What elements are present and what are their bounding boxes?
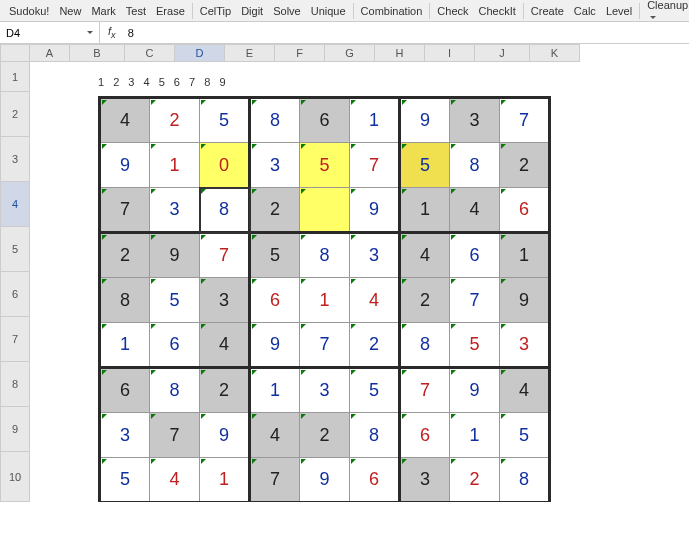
sudoku-cell-r6-c7[interactable]: 8 [400,323,450,368]
sudoku-cell-r5-c7[interactable]: 2 [400,278,450,323]
sudoku-cell-r9-c8[interactable]: 2 [450,458,500,503]
col-header-F[interactable]: F [275,44,325,62]
menu-checkit[interactable]: CheckIt [474,3,521,19]
sudoku-cell-r7-c8[interactable]: 9 [450,368,500,413]
sudoku-cell-r7-c1[interactable]: 6 [100,368,150,413]
sudoku-cell-r6-c9[interactable]: 3 [500,323,550,368]
sudoku-cell-r1-c9[interactable]: 7 [500,98,550,143]
row-header-4[interactable]: 4 [0,182,30,227]
chevron-down-icon[interactable] [87,31,93,34]
col-header-D[interactable]: D [175,44,225,62]
sudoku-cell-r7-c9[interactable]: 4 [500,368,550,413]
sudoku-cell-r2-c5[interactable]: 5 [300,143,350,188]
sudoku-cell-r6-c8[interactable]: 5 [450,323,500,368]
sudoku-cell-r2-c2[interactable]: 1 [150,143,200,188]
row-header-9[interactable]: 9 [0,407,30,452]
col-header-C[interactable]: C [125,44,175,62]
menu-check[interactable]: Check [432,3,473,19]
sudoku-cell-r8-c6[interactable]: 8 [350,413,400,458]
sudoku-cell-r4-c6[interactable]: 3 [350,233,400,278]
row-header-3[interactable]: 3 [0,137,30,182]
sudoku-cell-r7-c4[interactable]: 1 [250,368,300,413]
sudoku-cell-r5-c2[interactable]: 5 [150,278,200,323]
sudoku-cell-r4-c4[interactable]: 5 [250,233,300,278]
sudoku-cell-r8-c1[interactable]: 3 [100,413,150,458]
sudoku-cell-r1-c1[interactable]: 4 [100,98,150,143]
sudoku-cell-r3-c6[interactable]: 9 [350,188,400,233]
sudoku-cell-r1-c4[interactable]: 8 [250,98,300,143]
sudoku-cell-r5-c3[interactable]: 3 [200,278,250,323]
sudoku-cell-r2-c9[interactable]: 2 [500,143,550,188]
row-header-8[interactable]: 8 [0,362,30,407]
menu-cleanup[interactable]: Cleanup [642,0,689,25]
row-header-2[interactable]: 2 [0,92,30,137]
menu-sudoku[interactable]: Sudoku! [4,3,54,19]
col-header-H[interactable]: H [375,44,425,62]
sudoku-cell-r7-c5[interactable]: 3 [300,368,350,413]
menu-digit[interactable]: Digit [236,3,268,19]
sudoku-cell-r8-c7[interactable]: 6 [400,413,450,458]
menu-celtip[interactable]: CelTip [195,3,236,19]
sudoku-cell-r8-c2[interactable]: 7 [150,413,200,458]
sudoku-cell-r3-c4[interactable]: 2 [250,188,300,233]
sudoku-cell-r8-c3[interactable]: 9 [200,413,250,458]
sudoku-cell-r8-c4[interactable]: 4 [250,413,300,458]
sudoku-cell-r4-c9[interactable]: 1 [500,233,550,278]
sudoku-cell-r8-c5[interactable]: 2 [300,413,350,458]
sudoku-cell-r2-c7[interactable]: 5 [400,143,450,188]
sudoku-cell-r6-c4[interactable]: 9 [250,323,300,368]
sudoku-cell-r9-c7[interactable]: 3 [400,458,450,503]
sudoku-cell-r4-c8[interactable]: 6 [450,233,500,278]
menu-test[interactable]: Test [121,3,151,19]
formula-value[interactable]: 8 [124,27,138,39]
sudoku-cell-r9-c1[interactable]: 5 [100,458,150,503]
sudoku-cell-r6-c2[interactable]: 6 [150,323,200,368]
select-all-corner[interactable] [0,44,30,62]
menu-new[interactable]: New [54,3,86,19]
sudoku-cell-r4-c3[interactable]: 7 [200,233,250,278]
menu-create[interactable]: Create [526,3,569,19]
sudoku-cell-r3-c8[interactable]: 4 [450,188,500,233]
col-header-G[interactable]: G [325,44,375,62]
col-header-J[interactable]: J [475,44,530,62]
sudoku-cell-r3-c3[interactable]: 8 [200,188,250,233]
col-header-A[interactable]: A [30,44,70,62]
col-header-K[interactable]: K [530,44,580,62]
sudoku-cell-r5-c8[interactable]: 7 [450,278,500,323]
sudoku-cell-r5-c6[interactable]: 4 [350,278,400,323]
menu-solve[interactable]: Solve [268,3,306,19]
sudoku-cell-r4-c2[interactable]: 9 [150,233,200,278]
sudoku-cell-r1-c3[interactable]: 5 [200,98,250,143]
sudoku-cell-r2-c6[interactable]: 7 [350,143,400,188]
sudoku-cell-r9-c3[interactable]: 1 [200,458,250,503]
sudoku-cell-r6-c3[interactable]: 4 [200,323,250,368]
sudoku-cell-r7-c3[interactable]: 2 [200,368,250,413]
sudoku-cell-r9-c9[interactable]: 8 [500,458,550,503]
sudoku-cell-r9-c6[interactable]: 6 [350,458,400,503]
menu-level[interactable]: Level [601,3,637,19]
menu-calc[interactable]: Calc [569,3,601,19]
sudoku-cell-r7-c6[interactable]: 5 [350,368,400,413]
row-header-7[interactable]: 7 [0,317,30,362]
name-box[interactable]: D4 [0,22,100,43]
sudoku-cell-r3-c9[interactable]: 6 [500,188,550,233]
sudoku-cell-r8-c8[interactable]: 1 [450,413,500,458]
sudoku-cell-r3-c7[interactable]: 1 [400,188,450,233]
sudoku-cell-r3-c2[interactable]: 3 [150,188,200,233]
sudoku-cell-r1-c6[interactable]: 1 [350,98,400,143]
sudoku-cell-r6-c5[interactable]: 7 [300,323,350,368]
sudoku-cell-r4-c5[interactable]: 8 [300,233,350,278]
sudoku-cell-r1-c7[interactable]: 9 [400,98,450,143]
sudoku-cell-r2-c4[interactable]: 3 [250,143,300,188]
sudoku-cell-r5-c4[interactable]: 6 [250,278,300,323]
sudoku-cell-r1-c8[interactable]: 3 [450,98,500,143]
sudoku-cell-r6-c1[interactable]: 1 [100,323,150,368]
col-header-E[interactable]: E [225,44,275,62]
sudoku-cell-r2-c8[interactable]: 8 [450,143,500,188]
sudoku-cell-r4-c7[interactable]: 4 [400,233,450,278]
sudoku-cell-r5-c1[interactable]: 8 [100,278,150,323]
sudoku-cell-r8-c9[interactable]: 5 [500,413,550,458]
row-header-6[interactable]: 6 [0,272,30,317]
sudoku-cell-r3-c1[interactable]: 7 [100,188,150,233]
sudoku-cell-r1-c5[interactable]: 6 [300,98,350,143]
